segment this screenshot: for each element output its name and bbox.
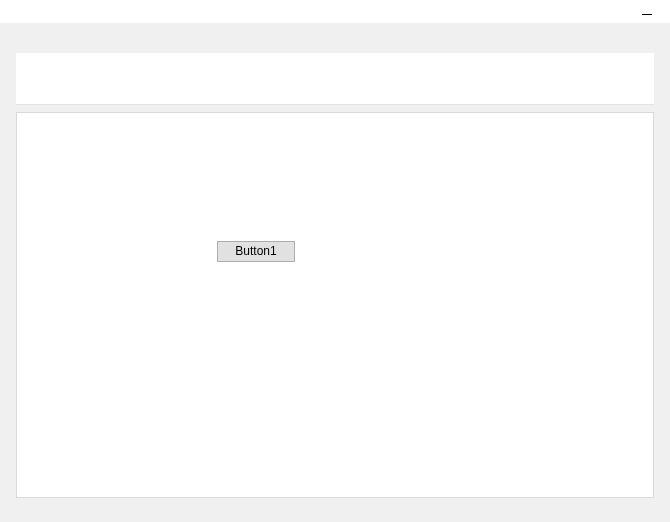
main-panel: Button1 — [16, 112, 654, 498]
button1[interactable]: Button1 — [217, 241, 295, 262]
upper-panel — [16, 53, 654, 105]
minimize-button[interactable] — [624, 0, 670, 23]
window-titlebar — [0, 0, 670, 23]
content-area: Button1 — [0, 23, 670, 514]
window-controls — [624, 0, 670, 23]
minimize-icon — [642, 14, 652, 15]
